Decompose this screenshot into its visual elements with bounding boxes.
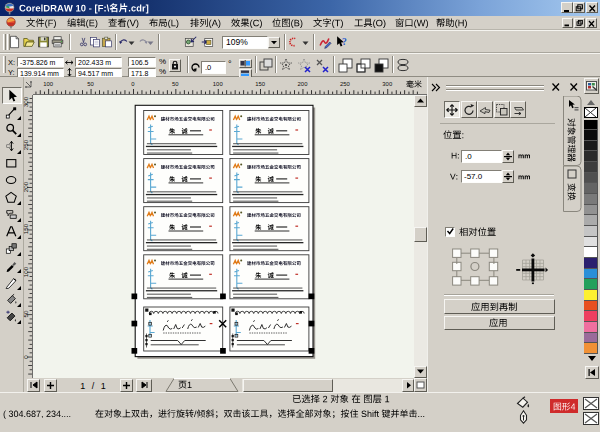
svg-text:?: ? [342,36,347,47]
